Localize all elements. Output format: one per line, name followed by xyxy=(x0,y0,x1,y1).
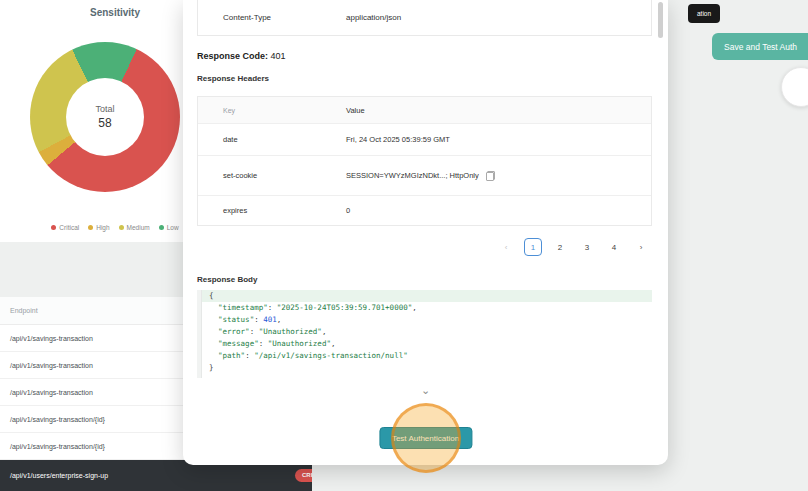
legend-label: Medium xyxy=(127,224,150,231)
page-button-4[interactable]: 4 xyxy=(605,238,623,256)
header-value-cell: 0 xyxy=(346,206,350,215)
response-headers-label: Response Headers xyxy=(197,74,269,83)
endpoint-cell: /api/v1/users/enterprise-sign-up xyxy=(10,472,108,479)
total-label: Total xyxy=(95,104,114,114)
header-value-cell: SESSION=YWYzMGIzNDkt...; HttpOnly xyxy=(346,171,479,180)
page-button-2[interactable]: 2 xyxy=(551,238,569,256)
column-header-key: Key xyxy=(198,107,346,114)
authentication-pill-button[interactable]: ation xyxy=(688,4,720,23)
response-code-label: Response Code: xyxy=(197,51,268,61)
next-page-button[interactable]: › xyxy=(632,238,650,256)
page: Sensitivity Total 58 Critical High Mediu… xyxy=(0,0,808,491)
test-authentication-button[interactable]: Test Authentication xyxy=(379,427,472,449)
table-row: date Fri, 24 Oct 2025 05:39:59 GMT xyxy=(198,123,651,155)
modal-scrollbar[interactable] xyxy=(658,2,663,38)
code-line: "timestamp": "2025-10-24T05:39:59.701+00… xyxy=(197,302,652,314)
medium-dot-icon xyxy=(119,225,124,230)
sensitivity-donut[interactable]: Total 58 xyxy=(30,42,180,192)
floating-action-button[interactable] xyxy=(781,67,808,107)
code-line: "error": "Unauthorized", xyxy=(197,326,652,338)
page-button-3[interactable]: 3 xyxy=(578,238,596,256)
legend-item-critical[interactable]: Critical xyxy=(51,224,79,231)
content-type-row: Content-Type application/json xyxy=(197,0,652,36)
legend-label: Critical xyxy=(59,224,79,231)
legend-item-medium[interactable]: Medium xyxy=(119,224,150,231)
high-dot-icon xyxy=(88,225,93,230)
chevron-down-icon[interactable]: ⌄ xyxy=(183,384,668,397)
table-header-row: Key Value xyxy=(198,97,651,123)
pagination: ‹ 1 2 3 4 › xyxy=(497,238,650,256)
header-key-cell: expires xyxy=(198,206,346,215)
critical-dot-icon xyxy=(51,225,56,230)
code-line: } xyxy=(197,362,652,374)
column-header-value: Value xyxy=(346,106,365,115)
legend-label: Low xyxy=(167,224,179,231)
code-gutter xyxy=(197,290,202,378)
header-value-cell: application/json xyxy=(346,13,401,22)
header-key-cell: Content-Type xyxy=(198,13,346,22)
response-code-value: 401 xyxy=(271,51,286,61)
legend-label: High xyxy=(96,224,109,231)
response-body-code: { "timestamp": "2025-10-24T05:39:59.701+… xyxy=(197,290,652,378)
header-value-cell: Fri, 24 Oct 2025 05:39:59 GMT xyxy=(346,135,450,144)
donut-center: Total 58 xyxy=(66,78,144,156)
page-button-1[interactable]: 1 xyxy=(524,238,542,256)
response-code: Response Code: 401 xyxy=(197,51,286,61)
response-headers-table: Key Value date Fri, 24 Oct 2025 05:39:59… xyxy=(197,96,652,226)
response-body-label: Response Body xyxy=(197,275,257,284)
code-line: "status": 401, xyxy=(197,314,652,326)
legend-item-high[interactable]: High xyxy=(88,224,109,231)
save-and-test-auth-button[interactable]: Save and Test Auth xyxy=(712,33,808,60)
low-dot-icon xyxy=(159,225,164,230)
prev-page-button[interactable]: ‹ xyxy=(497,238,515,256)
table-row: expires 0 xyxy=(198,195,651,225)
code-line: "path": "/api/v1/savings-transaction/nul… xyxy=(197,350,652,362)
table-row: set-cookie SESSION=YWYzMGIzNDkt...; Http… xyxy=(198,155,651,195)
header-key-cell: date xyxy=(198,135,346,144)
copy-icon[interactable] xyxy=(486,171,495,181)
total-value: 58 xyxy=(98,116,111,130)
code-line: "message": "Unauthorized", xyxy=(197,338,652,350)
code-line: { xyxy=(197,290,652,302)
critical-severity-badge: CRITICAL xyxy=(295,469,312,482)
legend-item-low[interactable]: Low xyxy=(159,224,179,231)
response-modal: Content-Type application/json Response C… xyxy=(183,0,668,465)
header-key-cell: set-cookie xyxy=(198,171,346,180)
